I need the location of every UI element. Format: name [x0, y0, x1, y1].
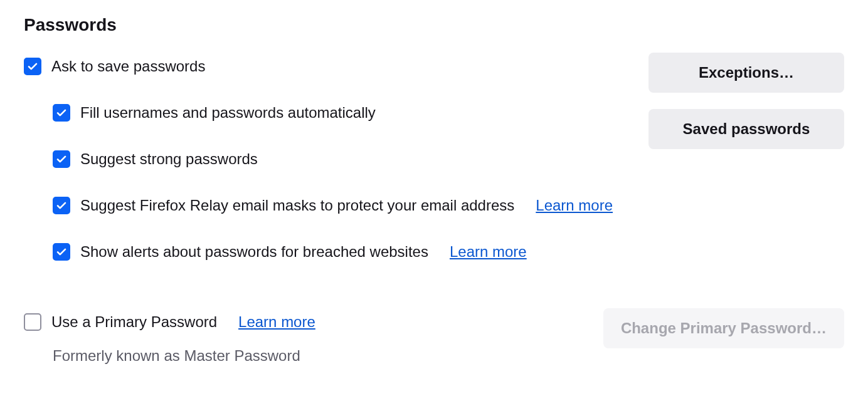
- check-icon: [56, 153, 67, 165]
- check-icon: [27, 61, 38, 72]
- checkbox-suggest-strong[interactable]: [53, 150, 70, 168]
- checkbox-relay-masks[interactable]: [53, 197, 70, 214]
- checkbox-breach-alerts[interactable]: [53, 243, 70, 261]
- checkbox-autofill[interactable]: [53, 104, 70, 122]
- check-icon: [56, 200, 67, 211]
- primary-password-hint: Formerly known as Master Password: [53, 347, 315, 365]
- label-suggest-strong: Suggest strong passwords: [80, 150, 258, 168]
- learn-more-primary-password[interactable]: Learn more: [238, 313, 315, 331]
- section-title-passwords: Passwords: [24, 15, 844, 35]
- check-icon: [56, 246, 67, 258]
- label-breach-alerts: Show alerts about passwords for breached…: [80, 243, 428, 261]
- checkbox-ask-save-passwords[interactable]: [24, 58, 41, 75]
- checkbox-primary-password[interactable]: [24, 313, 41, 331]
- check-icon: [56, 107, 67, 118]
- saved-passwords-button[interactable]: Saved passwords: [648, 109, 844, 149]
- label-autofill: Fill usernames and passwords automatical…: [80, 104, 376, 122]
- change-primary-password-button: Change Primary Password…: [603, 308, 844, 348]
- exceptions-button[interactable]: Exceptions…: [648, 53, 844, 93]
- label-ask-save-passwords: Ask to save passwords: [51, 58, 205, 75]
- label-primary-password: Use a Primary Password: [51, 313, 217, 331]
- label-relay-masks: Suggest Firefox Relay email masks to pro…: [80, 197, 514, 214]
- learn-more-relay-masks[interactable]: Learn more: [536, 197, 613, 214]
- learn-more-breach-alerts[interactable]: Learn more: [450, 243, 527, 261]
